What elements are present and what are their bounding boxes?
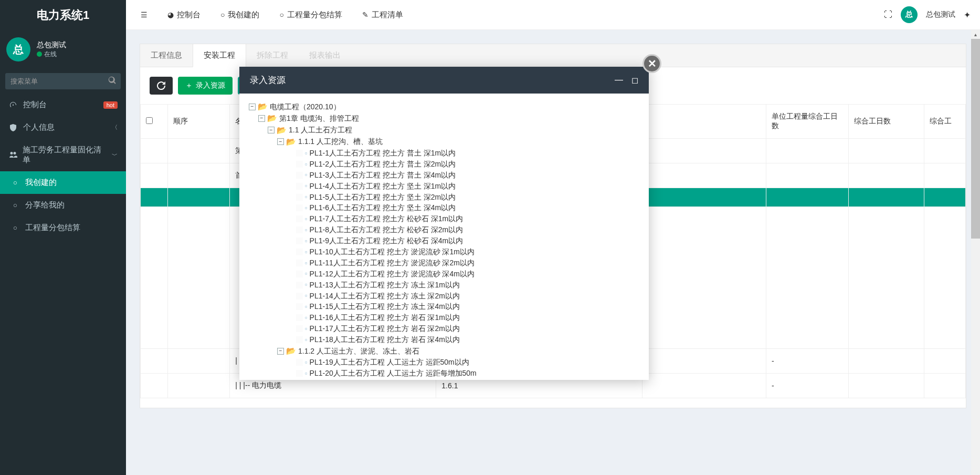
tree-leaf[interactable]: ▫PL1-6人工土石方工程 挖土方 坚土 深4m以内 — [296, 202, 639, 213]
modal-header[interactable]: 录入资源 — ◻ — [239, 67, 649, 94]
file-icon: ▫ — [305, 335, 308, 345]
gear-icon[interactable]: ✦ — [964, 10, 971, 20]
tree-node-112[interactable]: −📂1.1.2 人工运土方、淤泥、冻土、岩石 — [277, 345, 639, 357]
maximize-button[interactable]: ◻ — [631, 75, 638, 85]
tree-leaf[interactable]: ▫PL1-10人工土石方工程 挖土方 淤泥流砂 深1m以内 — [296, 246, 639, 257]
tree-leaf[interactable]: ▫PL1-13人工土石方工程 挖土方 冻土 深1m以内 — [296, 280, 639, 291]
tree-leaf[interactable]: ▫PL1-7人工土石方工程 挖土方 松砂石 深1m以内 — [296, 213, 639, 224]
tree-leaf[interactable]: ▫PL1-11人工土石方工程 挖土方 淤泥流砂 深2m以内 — [296, 257, 639, 269]
tree-leaf[interactable]: ▫PL1-12人工土石方工程 挖土方 淤泥流砂 深4m以内 — [296, 269, 639, 280]
tab-created-by-me[interactable]: ○我创建的 — [215, 6, 265, 24]
collapse-icon[interactable]: − — [258, 115, 265, 122]
tree-leaf[interactable]: ▫PL1-2人工土石方工程 挖土方 普土 深2m以内 — [296, 159, 639, 170]
file-icon: ▫ — [305, 313, 308, 323]
panel-tab-remove[interactable]: 拆除工程 — [246, 44, 299, 67]
input-resource-button[interactable]: ＋录入资源 — [178, 77, 233, 95]
collapse-icon[interactable]: − — [249, 104, 256, 110]
tree-leaf[interactable]: ▫PL1-17人工土石方工程 挖土方 岩石 深2m以内 — [296, 323, 639, 334]
file-icon: ▫ — [305, 214, 308, 224]
sidebar: 电力系统1 总 总包测试 在线 控制台 hot 个人信息 〈 — [0, 0, 126, 475]
tree-node-chapter[interactable]: −📂第1章 电缆沟、排管工程 — [258, 112, 639, 124]
file-icon: ▫ — [305, 280, 308, 290]
expand-icon[interactable]: ⛶ — [884, 10, 892, 19]
tree-leaf[interactable]: ▫PL1-9人工土石方工程 挖土方 松砂石 深4m以内 — [296, 235, 639, 246]
tree-leaf-label: PL1-7人工土石方工程 挖土方 松砂石 深1m以内 — [310, 214, 463, 224]
collapse-icon[interactable]: − — [277, 138, 284, 145]
file-icon: ▫ — [305, 358, 308, 367]
collapse-icon[interactable]: − — [268, 127, 275, 133]
bars-icon: ☰ — [141, 11, 147, 19]
minimize-button[interactable]: — — [615, 75, 623, 85]
file-icon: ▫ — [305, 269, 308, 278]
search-button[interactable] — [104, 73, 121, 89]
file-icon: ▫ — [305, 225, 308, 235]
tree-leaf-label: PL1-17人工土石方工程 挖土方 岩石 深2m以内 — [310, 324, 460, 334]
sidebar-item-labor[interactable]: 施工劳务工程量固化清单 ﹀ — [0, 139, 126, 171]
circle-icon: ○ — [279, 11, 283, 19]
scroll-up-icon[interactable]: ▴ — [971, 30, 980, 39]
main-scrollbar[interactable]: ▴ — [971, 30, 980, 475]
tree-leaf-label: PL1-12人工土石方工程 挖土方 淤泥流砂 深4m以内 — [310, 269, 475, 279]
tree-node-section[interactable]: −📂1.1 人工土石方工程 — [268, 125, 639, 136]
modal-body[interactable]: −📂电缆工程（2020.10） −📂第1章 电缆沟、排管工程 −📂1.1 人工土… — [239, 94, 649, 380]
modal-title: 录入资源 — [250, 74, 286, 86]
tree-leaf[interactable]: ▫PL1-1人工土石方工程 挖土方 普土 深1m以内 — [296, 148, 639, 159]
panel-tab-report[interactable]: 报表输出 — [299, 44, 351, 67]
panel-tab-install[interactable]: 安装工程 — [193, 44, 246, 67]
sidebar-item-created-by-me[interactable]: 我创建的 — [0, 171, 126, 194]
col-order: 顺序 — [168, 105, 230, 139]
sidebar-item-shared-with-me[interactable]: 分享给我的 — [0, 194, 126, 216]
sidebar-item-label: 分享给我的 — [25, 200, 65, 210]
refresh-button[interactable] — [150, 77, 173, 95]
tree-leaf-label: PL1-8人工土石方工程 挖土方 松砂石 深2m以内 — [310, 225, 463, 235]
shield-icon — [8, 123, 18, 132]
tree-leaf[interactable]: ▫PL1-8人工土石方工程 挖土方 松砂石 深2m以内 — [296, 224, 639, 235]
tree-leaf-label: PL1-2人工土石方工程 挖土方 普土 深2m以内 — [310, 159, 456, 169]
tree-node-111[interactable]: −📂1.1.1 人工挖沟、槽、基坑 — [277, 136, 639, 148]
tree-leaf[interactable]: ▫PL1-4人工土石方工程 挖土方 坚土 深1m以内 — [296, 181, 639, 192]
sidebar-nav: 控制台 hot 个人信息 〈 施工劳务工程量固化清单 ﹀ 我创建的 — [0, 94, 126, 239]
col-unit-days: 单位工程量综合工日数 — [766, 105, 849, 139]
collapse-icon[interactable]: − — [277, 348, 284, 355]
circle-icon — [10, 179, 20, 187]
tree-leaf[interactable]: ▫PL1-14人工土石方工程 挖土方 冻土 深2m以内 — [296, 291, 639, 302]
tree-leaf[interactable]: ▫PL1-16人工土石方工程 挖土方 岩石 深1m以内 — [296, 312, 639, 323]
tree-leaf[interactable]: ▫PL1-5人工土石方工程 挖土方 坚土 深2m以内 — [296, 192, 639, 203]
col-blank — [642, 105, 766, 139]
folder-open-icon: 📂 — [277, 125, 287, 136]
tab-console[interactable]: ◕控制台 — [162, 6, 206, 24]
tree-leaf[interactable]: ▫PL1-20人工土石方工程 人工运土方 运距每增加50m — [296, 368, 639, 379]
main: ☰ ◕控制台 ○我创建的 ○工程量分包结算 ✎工程清单 ⛶ 总 总包测试 ✦ 工… — [126, 0, 980, 475]
file-icon: ▫ — [305, 192, 308, 202]
tab-engineering-list[interactable]: ✎工程清单 — [357, 6, 408, 24]
select-all-checkbox[interactable] — [146, 117, 153, 124]
search-input[interactable] — [5, 73, 104, 89]
sidebar-item-settlement[interactable]: 工程量分包结算 — [0, 216, 126, 239]
tab-settlement[interactable]: ○工程量分包结算 — [274, 6, 347, 24]
resource-modal: ✕ 录入资源 — ◻ −📂电缆工程（2020.10） −📂第1章 电缆沟、排管工… — [239, 67, 649, 380]
pencil-icon: ✎ — [362, 11, 368, 19]
tree-leaf[interactable]: ▫PL1-21人工土石方工程 人工运淤泥 运距20m以内 — [296, 379, 639, 380]
topbar-avatar[interactable]: 总 — [901, 6, 918, 23]
tree-leaf[interactable]: ▫PL1-15人工土石方工程 挖土方 冻土 深4m以内 — [296, 301, 639, 312]
panel-tab-info[interactable]: 工程信息 — [140, 44, 193, 67]
sidebar-item-console[interactable]: 控制台 hot — [0, 94, 126, 116]
tree-node-root[interactable]: −📂电缆工程（2020.10） — [249, 101, 639, 112]
circle-icon: ○ — [220, 11, 225, 19]
folder-open-icon: 📂 — [286, 137, 296, 147]
modal-close-button[interactable]: ✕ — [642, 54, 661, 73]
user-avatar[interactable]: 总 — [6, 37, 30, 61]
sidebar-item-label: 工程量分包结算 — [25, 223, 80, 233]
tree-leaf-label: PL1-20人工土石方工程 人工运土方 运距每增加50m — [310, 368, 477, 378]
sidebar-item-profile[interactable]: 个人信息 〈 — [0, 116, 126, 139]
tree-leaf[interactable]: ▫PL1-19人工土石方工程 人工运土方 运距50m以内 — [296, 357, 639, 368]
file-icon: ▫ — [305, 181, 308, 191]
tree-leaf[interactable]: ▫PL1-18人工土石方工程 挖土方 岩石 深4m以内 — [296, 334, 639, 345]
tree-leaf[interactable]: ▫PL1-3人工土石方工程 挖土方 普土 深4m以内 — [296, 170, 639, 181]
scrollbar-thumb[interactable] — [971, 39, 980, 239]
col-total-days: 综合工日数 — [849, 105, 924, 139]
dashboard-icon — [8, 101, 18, 109]
topbar-username[interactable]: 总包测试 — [926, 10, 955, 19]
sidebar-item-label: 施工劳务工程量固化清单 — [23, 145, 107, 165]
topbar-menu-toggle[interactable]: ☰ — [135, 6, 153, 23]
